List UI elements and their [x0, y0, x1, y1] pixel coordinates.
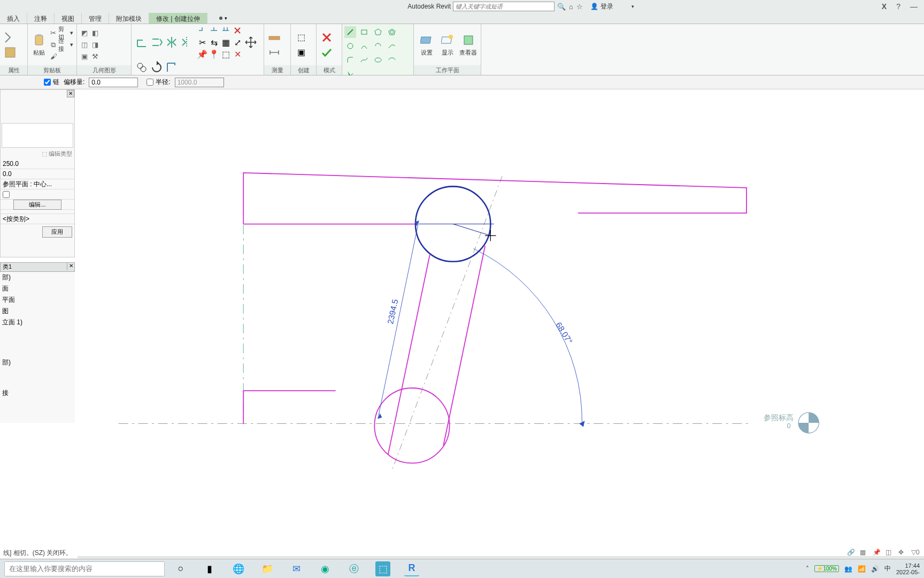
trim-single-icon[interactable]	[209, 25, 219, 36]
cope-button[interactable]: ◩	[80, 28, 89, 39]
properties-grid[interactable]: 250.0 0.0 参照平面 : 中心... 编辑... <按类别>	[1, 159, 74, 224]
prop-row[interactable]	[1, 189, 74, 200]
prop-row[interactable]: 编辑...	[1, 200, 74, 210]
tab-addins[interactable]: 附加模块	[109, 13, 149, 24]
set-workplane-button[interactable]: 设置	[417, 30, 436, 60]
angle-dimension[interactable]: 68.07°	[554, 321, 574, 346]
delete2-icon[interactable]: ✕	[232, 49, 243, 59]
fillet-icon[interactable]	[344, 54, 356, 66]
rotate-icon[interactable]	[150, 60, 164, 74]
select-pinned-icon[interactable]: 📌	[873, 549, 882, 557]
app-icon[interactable]: ⬚	[375, 561, 390, 576]
spline-icon[interactable]	[358, 54, 370, 66]
copy-icon[interactable]	[135, 60, 149, 74]
minimize-icon[interactable]: —	[910, 2, 918, 11]
select-underlay-icon[interactable]: ▦	[860, 549, 869, 557]
create-similar-icon[interactable]: ⬚	[294, 31, 308, 44]
viewer-workplane-button[interactable]: 查看器	[459, 30, 478, 60]
tab-modify[interactable]: 修改 | 创建拉伸	[149, 13, 207, 24]
polygon-out-icon[interactable]	[386, 26, 398, 38]
tray-volume-icon[interactable]: 🔊	[871, 565, 879, 573]
chain-checkbox[interactable]: 链	[44, 78, 59, 87]
browser-header[interactable]: 类1 ✕	[0, 262, 75, 272]
list-item[interactable]: 立面 1)	[0, 317, 75, 328]
tray-chevron-icon[interactable]: ˄	[806, 565, 809, 573]
taskbar-search[interactable]	[4, 561, 165, 576]
browser-icon[interactable]: ⓔ	[346, 561, 361, 576]
edge-icon[interactable]: 🌐	[231, 561, 246, 576]
tab-insert[interactable]: 插入	[0, 13, 27, 24]
help-icon[interactable]: ?	[896, 2, 900, 11]
list-item[interactable]: 图	[0, 306, 75, 317]
list-item[interactable]	[0, 328, 75, 338]
offset-input[interactable]	[89, 78, 138, 87]
align-icon[interactable]	[135, 35, 149, 49]
show-workplane-button[interactable]: 显示	[438, 30, 457, 60]
infocenter-search[interactable]	[453, 2, 555, 11]
tray-network-icon[interactable]: 📶	[858, 565, 866, 573]
edit-type-button[interactable]: ⬚ 编辑类型	[42, 150, 72, 158]
tab-manage[interactable]: 管理	[82, 13, 109, 24]
linear-dimension[interactable]: 2394.5	[386, 299, 399, 325]
unpin-icon[interactable]: 📍	[209, 49, 219, 59]
sketch-line[interactable]	[443, 246, 485, 445]
list-item[interactable]	[0, 368, 75, 378]
filter-icon[interactable]: ▽0	[911, 549, 921, 557]
tab-view[interactable]: 视图	[55, 13, 82, 24]
arc-center-icon[interactable]	[372, 40, 384, 52]
partial-ellipse-icon[interactable]	[386, 54, 398, 66]
select-links-icon[interactable]: 🔗	[847, 549, 857, 557]
trim-corner-icon[interactable]	[197, 25, 207, 36]
revit-icon[interactable]: R	[404, 561, 419, 576]
prop-row[interactable]: 0.0	[1, 169, 74, 179]
drawing-canvas[interactable]: 参照标高 0 68.07° 2394.5	[78, 89, 924, 546]
tab-qat[interactable]: ▾	[215, 13, 232, 24]
join-button[interactable]: ⧉连接 ▾	[50, 40, 73, 50]
prop-row[interactable]: 250.0	[1, 159, 74, 169]
circle-tool-icon[interactable]	[344, 40, 356, 52]
arc-start-icon[interactable]	[358, 40, 370, 52]
sketch-circle[interactable]	[374, 388, 449, 463]
sketch-line[interactable]	[243, 391, 335, 423]
mirror-icon[interactable]	[165, 35, 179, 49]
prop-row[interactable]: 参照平面 : 中心...	[1, 179, 74, 189]
trim-extend-icon[interactable]	[165, 60, 179, 74]
array-icon[interactable]: ▦	[220, 37, 231, 48]
paste-button[interactable]: 粘贴	[31, 30, 48, 60]
cancel-mode-icon[interactable]	[320, 31, 334, 44]
list-item[interactable]	[0, 338, 75, 347]
dimension-icon[interactable]	[267, 45, 281, 59]
split-icon[interactable]: ✂	[197, 37, 207, 48]
modify-tool-icon[interactable]	[3, 31, 17, 44]
list-item[interactable]: 部)	[0, 357, 75, 368]
login-menu[interactable]: 👤 登录	[590, 2, 634, 11]
apply-button[interactable]: 应用	[42, 226, 72, 238]
create-group-icon[interactable]: ▣	[294, 45, 308, 59]
move-icon[interactable]	[244, 35, 258, 49]
rect-tool-icon[interactable]	[358, 26, 370, 38]
list-item[interactable]: 平面	[0, 294, 75, 306]
list-item[interactable]	[0, 378, 75, 387]
search-icon[interactable]: 🔍	[557, 3, 566, 11]
list-item[interactable]: 接	[0, 387, 75, 399]
list-item[interactable]: 部)	[0, 272, 75, 283]
delete-icon[interactable]	[232, 25, 243, 36]
select-face-icon[interactable]: ◫	[886, 549, 895, 557]
properties-icon[interactable]	[3, 45, 17, 59]
join-geom-button[interactable]: ▣	[80, 51, 89, 62]
prop-row[interactable]: <按类别>	[1, 214, 74, 224]
tab-annotate[interactable]: 注释	[27, 13, 55, 24]
list-item[interactable]: 面	[0, 283, 75, 294]
mirror-draw-icon[interactable]	[180, 35, 194, 49]
list-item[interactable]	[0, 347, 75, 357]
ellipse-icon[interactable]	[372, 54, 384, 66]
search-input[interactable]	[453, 2, 554, 11]
radius-checkbox[interactable]: 半径:	[147, 78, 170, 87]
edit-button[interactable]: 编辑...	[13, 200, 61, 210]
exchange-icon[interactable]: X	[882, 2, 887, 11]
pin-icon[interactable]: 📌	[197, 49, 207, 59]
offset-icon[interactable]	[150, 35, 164, 49]
split-gap-icon[interactable]: ⇆	[209, 37, 219, 48]
taskbar-search-input[interactable]	[5, 562, 164, 576]
star-icon[interactable]: ☆	[576, 3, 583, 11]
